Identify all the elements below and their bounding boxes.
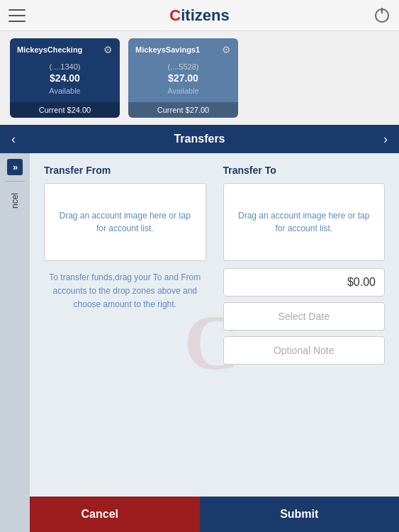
account-current-checking: Current $24.00 xyxy=(10,102,120,118)
account-name-savings: MickeysSavings1 xyxy=(135,45,200,54)
account-card-checking[interactable]: MickeysChecking ⚙ (....1340) $24.00 Avai… xyxy=(10,38,120,118)
transfer-from-column: Transfer From Drag an account image here… xyxy=(44,165,206,365)
sidebar: » ncel xyxy=(0,153,30,532)
cancel-button[interactable]: Cancel xyxy=(0,497,200,532)
sidebar-divider xyxy=(5,181,25,182)
account-available-savings: Available xyxy=(167,87,198,95)
cancel-label: Cancel xyxy=(82,508,118,521)
transfer-columns: Transfer From Drag an account image here… xyxy=(44,165,385,365)
account-available-checking: Available xyxy=(49,87,80,95)
logo-rest: itizens xyxy=(181,6,229,24)
accounts-bar: MickeysChecking ⚙ (....1340) $24.00 Avai… xyxy=(0,31,399,125)
transfer-to-title: Transfer To xyxy=(223,165,386,176)
account-amount-savings: $27.00 xyxy=(135,72,231,84)
transfer-from-title: Transfer From xyxy=(44,165,206,176)
submit-label: Submit xyxy=(280,508,318,521)
power-icon xyxy=(375,9,389,23)
logo-c: C xyxy=(169,6,181,24)
menu-icon[interactable] xyxy=(9,9,26,22)
app-logo: Citizens xyxy=(169,6,229,25)
sidebar-cancel-label: ncel xyxy=(10,193,20,209)
footer: Cancel Submit xyxy=(0,497,399,532)
nav-next-button[interactable]: › xyxy=(372,132,399,147)
power-button[interactable] xyxy=(373,7,390,24)
account-current-savings: Current $27.00 xyxy=(128,102,238,118)
sidebar-toggle-button[interactable]: » xyxy=(7,159,23,175)
app-container: Citizens MickeysChecking ⚙ (....1340) $2… xyxy=(0,0,399,532)
main-area: C » ncel Transfer From Drag an account i… xyxy=(0,153,399,532)
account-card-savings[interactable]: MickeysSavings1 ⚙ (....5528) $27.00 Avai… xyxy=(128,38,238,118)
transfer-panel: Transfer From Drag an account image here… xyxy=(30,153,399,376)
transfer-from-dropzone[interactable]: Drag an account image here or tap for ac… xyxy=(44,183,206,261)
account-number-checking: (....1340) xyxy=(49,62,80,71)
amount-field[interactable]: $0.00 xyxy=(223,268,386,297)
gear-icon-savings[interactable]: ⚙ xyxy=(222,44,231,55)
transfer-instructions: To transfer funds,drag your To and From … xyxy=(44,271,206,312)
transfer-to-column: Transfer To Drag an account image here o… xyxy=(223,165,386,365)
note-placeholder: Optional Note xyxy=(274,345,335,356)
account-name-checking: MickeysChecking xyxy=(17,45,82,54)
submit-button[interactable]: Submit xyxy=(200,497,400,532)
date-placeholder: Select Date xyxy=(279,311,330,322)
note-field[interactable]: Optional Note xyxy=(223,336,386,365)
nav-title: Transfers xyxy=(174,133,225,145)
date-field[interactable]: Select Date xyxy=(223,302,386,331)
transfer-inputs: $0.00 Select Date Optional Note xyxy=(223,268,386,365)
account-number-savings: (....5528) xyxy=(167,62,198,71)
account-amount-checking: $24.00 xyxy=(17,72,113,84)
gear-icon-checking[interactable]: ⚙ xyxy=(103,44,113,55)
nav-prev-button[interactable]: ‹ xyxy=(0,132,27,147)
transfer-to-dropzone-text: Drag an account image here or tap for ac… xyxy=(232,209,376,235)
nav-bar: ‹ Transfers › xyxy=(0,125,399,153)
amount-value: $0.00 xyxy=(347,276,376,289)
header: Citizens xyxy=(0,0,399,31)
transfer-to-dropzone[interactable]: Drag an account image here or tap for ac… xyxy=(223,183,386,261)
transfer-from-dropzone-text: Drag an account image here or tap for ac… xyxy=(53,209,197,235)
